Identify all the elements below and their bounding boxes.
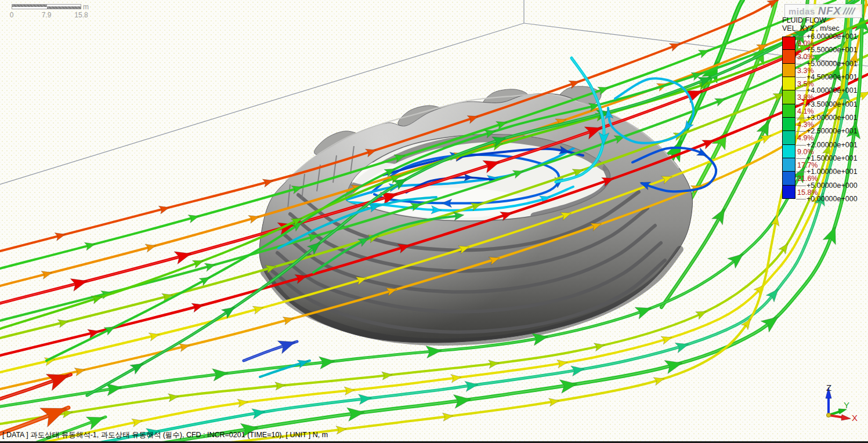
scale-tick: 7.9 [42,11,52,19]
origin-dot [826,413,830,417]
scale-bar-segment [12,5,47,7]
scale-bar-segment [47,6,81,9]
x-axis-label: X [852,413,858,423]
z-axis-label: Z [826,383,831,393]
scale-bar-ruler [12,4,81,9]
scale-bar: 07.915.8 m [0,0,99,21]
scale-bar-unit: m [83,3,89,11]
viewport-3d[interactable] [0,0,868,443]
y-axis-label: Y [844,400,849,410]
x-arrow-icon [841,415,851,420]
scale-tick: 0 [10,11,14,19]
scale-tick: 15.8 [74,11,88,19]
midas-nfx-window: 07.915.8 m midas NFX FLUID FLOW VEL. XYZ… [0,0,868,443]
axis-triad: Z Y X [811,375,868,430]
status-bar: [ DATA ] 과도상태 유동해석-1, 과도상태 유동해석 (필수), CF… [2,430,328,440]
